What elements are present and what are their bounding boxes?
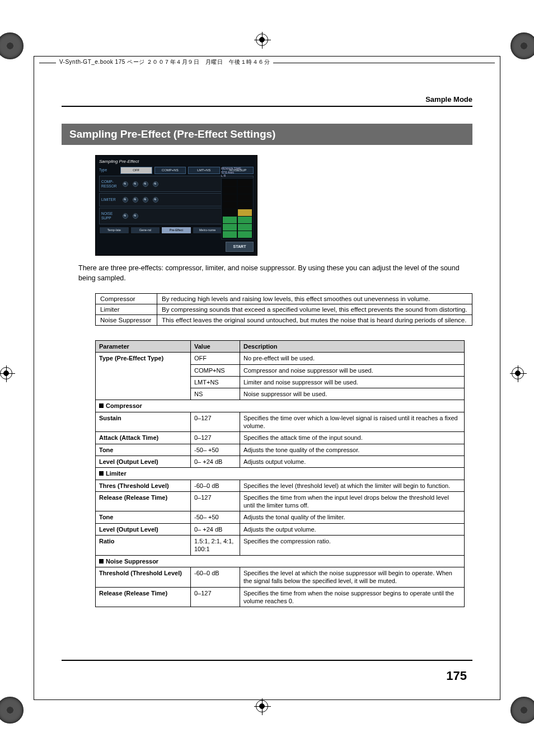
parameters-table: Parameter Value Description Type (Pre-Ef… [95,340,465,607]
thumb-tab-general: Gene-ral [130,227,161,234]
effect-desc: By compressing sounds that exceed a spec… [157,304,472,315]
param-desc: Noise suppressor will be used. [240,388,465,400]
table-row: Limiter [96,468,465,480]
intro-paragraph: There are three pre-effects: compressor,… [78,264,472,283]
registration-mark [512,367,534,389]
param-name: Tone [96,511,191,523]
table-row: CompressorBy reducing high levels and ra… [96,294,472,304]
thumb-tab-compns: COMP+NS [154,167,186,174]
param-value: LMT+NS [191,376,240,388]
param-value: NS [191,388,240,400]
section-label: Limiter [96,468,465,480]
param-value: COMP+NS [191,364,240,376]
table-row: Noise Suppressor [96,555,465,567]
col-parameter: Parameter [96,341,191,353]
param-desc: Specifies the attack time of the input s… [240,432,465,444]
effect-name: Limiter [96,304,157,315]
registration-mark [256,34,278,56]
param-value: 0–127 [191,587,240,607]
param-value: -60–0 dB [191,567,240,587]
table-row: Level (Output Level)0– +24 dBAdjusts the… [96,523,465,535]
registration-mark [256,700,278,722]
table-row: Threshold (Threshold Level)-60–0 dBSpeci… [96,567,465,587]
param-desc: Specifies the level at which the noise s… [240,567,465,587]
corner-decoration [510,697,534,724]
param-desc: Compressor and noise suppressor will be … [240,364,465,376]
param-value: -60–0 dB [191,480,240,491]
param-value: 0–127 [191,491,240,511]
param-desc: Adjusts the tone quality of the compress… [240,444,465,456]
table-row: Tone-50– +50Adjusts the tonal quality of… [96,511,465,523]
thumb-tab-template: Temp-late [99,227,129,234]
table-row: Attack (Attack Time)0–127Specifies the a… [96,432,465,444]
thumb-tab-preeffect: Pre-Effect [161,227,191,234]
param-name: Release (Release Time) [96,491,191,511]
param-name: Threshold (Threshold Level) [96,567,191,587]
param-desc: Specifies the time over which a low-leve… [240,412,465,432]
col-value: Value [191,341,240,353]
param-value: 1.5:1, 2:1, 4:1, 100:1 [191,536,240,556]
param-name: Attack (Attack Time) [96,432,191,444]
param-desc: Adjusts output volume. [240,456,465,467]
effect-desc: This effect leaves the original sound un… [157,315,472,326]
param-name: Level (Output Level) [96,456,191,467]
device-screenshot: Sampling Pre-Effect Type OFF COMP+NS LMT… [95,155,257,256]
table-row: Thres (Threshold Level)-60–0 dBSpecifies… [96,480,465,491]
param-desc: Specifies the level (threshold level) at… [240,480,465,491]
param-desc: Adjusts the output volume. [240,523,465,535]
param-desc: Limiter and noise suppressor will be use… [240,376,465,388]
param-desc: Specifies the compression ratio. [240,536,465,556]
table-row: Tone-50– +50Adjusts the tone quality of … [96,444,465,456]
thumb-tab-metronome: Metro-nome [193,227,223,234]
page-number: 175 [446,669,467,683]
thumb-title: Sampling Pre-Effect [99,159,254,165]
section-header: Sample Mode [62,95,472,104]
table-row: Type (Pre-Effect Type)OFFNo pre-effect w… [96,353,465,364]
table-row: Ratio1.5:1, 2:1, 4:1, 100:1Specifies the… [96,536,465,556]
param-name: Type (Pre-Effect Type) [96,353,191,400]
book-meta-header: V-Synth-GT_e.book 175 ページ ２００７年４月９日 月曜日 … [56,58,273,66]
section-title: Sampling Pre-Effect (Pre-Effect Settings… [62,124,472,145]
table-row: LimiterBy compressing sounds that exceed… [96,304,472,315]
corner-decoration [0,32,24,59]
thumb-type-label: Type [99,168,118,172]
thumb-tab-off: OFF [120,167,152,174]
registration-mark [0,367,22,389]
effects-summary-table: CompressorBy reducing high levels and ra… [95,293,472,326]
effect-desc: By reducing high levels and raising low … [157,294,472,304]
header-rule [62,106,472,107]
param-name: Ratio [96,536,191,556]
param-name: Tone [96,444,191,456]
param-desc: Specifies the time from when the noise s… [240,587,465,607]
param-value: -50– +50 [191,444,240,456]
footer-rule [62,660,472,661]
table-row: Compressor [96,400,465,412]
param-value: -50– +50 [191,511,240,523]
thumb-remain-time: REMAIN TIME 57'8.4sec L R [221,167,254,178]
param-value: 0– +24 dB [191,456,240,467]
param-name: Release (Release Time) [96,587,191,607]
col-description: Description [240,341,465,353]
table-row: Level (Output Level)0– +24 dBAdjusts out… [96,456,465,467]
table-row: Sustain0–127Specifies the time over whic… [96,412,465,432]
table-row: Release (Release Time)0–127Specifies the… [96,491,465,511]
thumb-tab-lmtns: LMT+NS [188,167,220,174]
param-value: 0–127 [191,432,240,444]
thumb-level-meters [221,178,254,240]
param-value: 0–127 [191,412,240,432]
param-name: Sustain [96,412,191,432]
param-name: Thres (Threshold Level) [96,480,191,491]
param-desc: No pre-effect will be used. [240,353,465,364]
corner-decoration [0,697,24,724]
section-label: Noise Suppressor [96,555,465,567]
table-row: Release (Release Time)0–127Specifies the… [96,587,465,607]
effect-name: Noise Suppressor [96,315,157,326]
param-desc: Specifies the time from when the input l… [240,491,465,511]
param-name: Level (Output Level) [96,523,191,535]
section-label: Compressor [96,400,465,412]
table-row: Noise SuppressorThis effect leaves the o… [96,315,472,326]
param-value: OFF [191,353,240,364]
param-desc: Adjusts the tonal quality of the limiter… [240,511,465,523]
effect-name: Compressor [96,294,157,304]
param-value: 0– +24 dB [191,523,240,535]
